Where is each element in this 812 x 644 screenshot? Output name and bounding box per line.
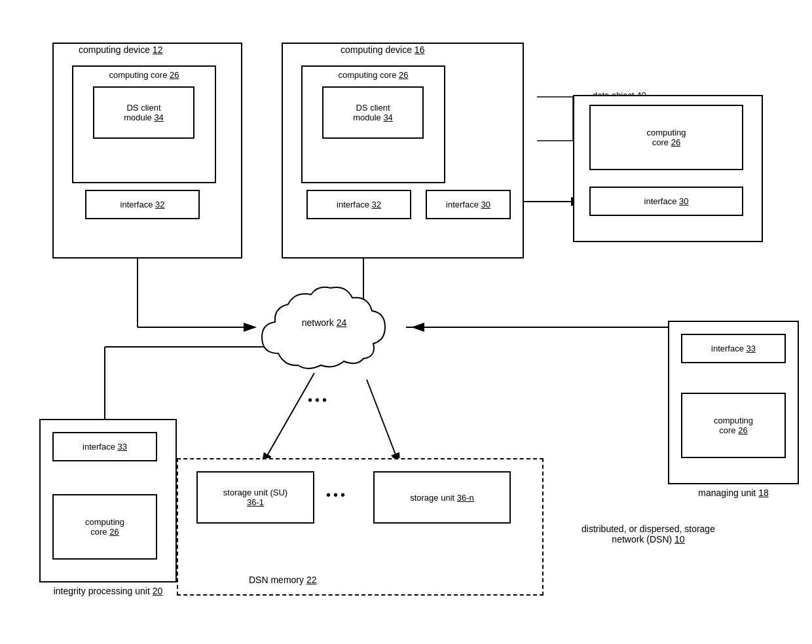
cloud-svg — [242, 281, 406, 380]
storage-ellipsis: ••• — [326, 488, 348, 503]
computing-core-26-cd14: computing core 26 — [589, 105, 743, 170]
computing-core-mu18: computing core 26 — [681, 393, 786, 458]
ds-client-label-cd12: DS client — [126, 103, 160, 113]
computing-device-16-label: computing device 16 — [341, 45, 424, 55]
interface-33-mu18: interface 33 — [681, 334, 786, 363]
ds-client-cd12: DS client module 34 — [93, 86, 194, 139]
interface-33-mu18-label: interface 33 — [711, 344, 756, 353]
interface-30-cd14: interface 30 — [589, 187, 743, 216]
interface-30-cd16-label: interface 30 — [446, 200, 490, 209]
ds-client-label-cd16: DS client — [356, 103, 390, 113]
computing-core-iu20: computing core 26 — [52, 494, 157, 560]
network-cloud: network 24 — [242, 281, 406, 380]
ds-module-label-cd16: module 34 — [353, 113, 393, 122]
storage-unit-n-label: storage unit 36-n — [410, 493, 474, 503]
computing-core-26-cd12: computing core 26 DS client module 34 — [72, 65, 216, 183]
storage-unit-36-n: storage unit 36-n — [373, 471, 511, 524]
network-ellipsis: ••• — [308, 393, 329, 408]
storage-unit-1-number: 36-1 — [247, 497, 264, 507]
computing-core-label2-mu18: core 26 — [719, 425, 747, 435]
storage-unit-36-1: storage unit (SU) 36-1 — [196, 471, 314, 524]
computing-device-12-label: computing device 12 — [79, 45, 162, 55]
dsn-memory-label: DSN memory 22 — [249, 575, 316, 585]
computing-core-label2-iu20: core 26 — [90, 527, 119, 537]
computing-core-label2-cd14: core 26 — [652, 137, 680, 147]
ds-module-label-cd12: module 34 — [124, 113, 164, 122]
managing-unit-18-label: managing unit 18 — [681, 488, 786, 498]
interface-33-iu20-label: interface 33 — [83, 442, 127, 452]
computing-core-26-cd16: computing core 26 DS client module 34 — [301, 65, 445, 183]
integrity-unit-20-label: integrity processing unit 20 — [46, 586, 170, 596]
interface-32-cd16: interface 32 — [306, 190, 411, 219]
interface-32-cd16-label: interface 32 — [337, 200, 381, 209]
interface-32-cd12-label: interface 32 — [120, 200, 165, 209]
storage-unit-1-label: storage unit (SU) — [223, 488, 287, 497]
svg-line-23 — [367, 380, 399, 465]
dsn-title: distributed, or dispersed, storagenetwor… — [537, 524, 760, 545]
computing-core-label-mu18: computing — [714, 416, 753, 425]
network-label: network 24 — [242, 317, 406, 328]
computing-core-label-cd16: computing core 26 — [303, 70, 444, 80]
diagram: computing device 12 computing core 26 DS… — [0, 0, 812, 644]
computing-core-label-cd14: computing — [647, 128, 686, 137]
computing-core-label-cd12: computing core 26 — [73, 70, 215, 80]
computing-core-label-iu20: computing — [85, 517, 124, 527]
interface-30-cd16: interface 30 — [426, 190, 511, 219]
svg-line-22 — [262, 373, 314, 465]
interface-30-cd14-label: interface 30 — [644, 196, 689, 206]
interface-32-cd12: interface 32 — [85, 190, 200, 219]
interface-33-iu20: interface 33 — [52, 432, 157, 461]
ds-client-cd16: DS client module 34 — [322, 86, 424, 139]
